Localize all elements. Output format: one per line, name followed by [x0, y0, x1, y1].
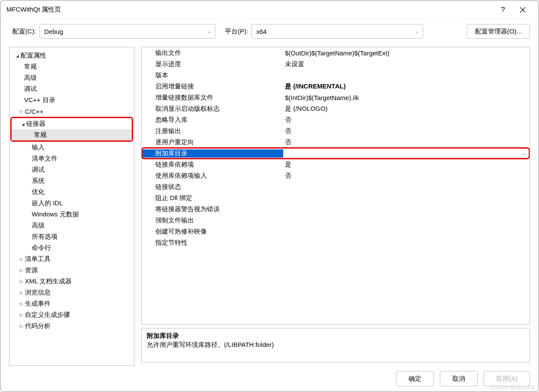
- platform-value: x64: [256, 28, 266, 35]
- tree-linker-input[interactable]: 输入: [9, 142, 134, 153]
- tree-ccpp[interactable]: C/C++: [9, 106, 134, 117]
- property-value: $(IntDir)$(TargetName).ilk: [283, 94, 530, 101]
- tree-manifest-tool[interactable]: 清单工具: [9, 253, 134, 264]
- watermark: CSDN @aluluka: [491, 384, 534, 391]
- tree-linker-system[interactable]: 系统: [9, 175, 134, 186]
- property-name: 取消显示启动版权标志: [142, 105, 283, 113]
- tree-general[interactable]: 常规: [9, 61, 134, 72]
- tree-linker-win-meta[interactable]: Windows 元数据: [9, 209, 134, 220]
- close-icon: [520, 7, 526, 13]
- tree-debugging[interactable]: 调试: [9, 83, 134, 94]
- property-page-window: MFCWithQt 属性页 ? 配置(C): Debug ⌵ 平台(P): x6…: [0, 0, 539, 392]
- config-manager-button[interactable]: 配置管理器(O)...: [467, 24, 530, 39]
- tree-linker-highlight: 链接器 常规: [10, 117, 133, 142]
- property-row[interactable]: 指定节特性: [142, 237, 530, 248]
- property-row[interactable]: 注册输出否: [142, 125, 530, 137]
- config-value: Debug: [44, 28, 63, 35]
- description-panel: 附加库目录 允许用户重写环境库路径。(/LIBPATH:folder): [141, 328, 530, 362]
- property-name: 忽略导入库: [142, 116, 283, 124]
- tree-browse-info[interactable]: 浏览信息: [9, 287, 134, 298]
- property-value: 否: [283, 172, 530, 180]
- ok-button[interactable]: 确定: [396, 371, 434, 386]
- property-row[interactable]: 附加库目录⌵: [142, 148, 530, 159]
- property-name: 注册输出: [142, 127, 283, 135]
- chevron-down-icon[interactable]: ⌵: [522, 151, 525, 156]
- help-button[interactable]: ?: [493, 1, 513, 18]
- property-name: 启用增量链接: [142, 82, 283, 91]
- tree-resources[interactable]: 资源: [9, 264, 134, 276]
- property-name: 输出文件: [142, 49, 283, 57]
- tree-code-analysis[interactable]: 代码分析: [9, 320, 134, 331]
- tree-linker-command-line[interactable]: 命令行: [9, 242, 134, 253]
- property-name: 逐用户重定向: [142, 138, 283, 146]
- tree-vcpp-dirs[interactable]: VC++ 目录: [9, 94, 134, 106]
- property-row[interactable]: 输出文件$(OutDir)$(TargetName)$(TargetExt): [142, 47, 530, 58]
- tree-linker-debugging[interactable]: 调试: [9, 164, 134, 175]
- tree-linker-optimization[interactable]: 优化: [9, 186, 134, 198]
- property-row[interactable]: 强制文件输出: [142, 215, 530, 226]
- footer: 确定 取消 应用(A): [0, 366, 539, 392]
- property-name: 附加库目录: [142, 149, 283, 158]
- property-name: 版本: [142, 71, 283, 79]
- property-name: 使用库依赖项输入: [142, 172, 283, 180]
- tree-build-events[interactable]: 生成事件: [9, 298, 134, 309]
- chevron-down-icon: ⌵: [208, 28, 211, 34]
- right-panel: 输出文件$(OutDir)$(TargetName)$(TargetExt)显示…: [141, 47, 530, 366]
- property-row[interactable]: 版本: [142, 70, 530, 81]
- platform-label: 平台(P):: [225, 27, 248, 36]
- property-row[interactable]: 显示进度未设置: [142, 58, 530, 70]
- property-name: 链接库依赖项: [142, 161, 283, 169]
- tree-linker[interactable]: 链接器: [12, 118, 132, 129]
- main-area: 配置属性 常规 高级 调试 VC++ 目录 C/C++ 链接器 常规 输入 清单…: [0, 43, 539, 366]
- tree-linker-all-options[interactable]: 所有选项: [9, 231, 134, 242]
- tree-linker-general[interactable]: 常规: [12, 129, 132, 140]
- tree-linker-advanced[interactable]: 高级: [9, 220, 134, 231]
- toolbar: 配置(C): Debug ⌵ 平台(P): x64 ⌵ 配置管理器(O)...: [0, 19, 539, 43]
- property-row[interactable]: 阻止 Dll 绑定: [142, 192, 530, 204]
- property-value: 是: [283, 161, 530, 169]
- property-value: 未设置: [283, 60, 530, 68]
- tree-xml-doc[interactable]: XML 文档生成器: [9, 276, 134, 287]
- config-label: 配置(C):: [12, 27, 36, 36]
- property-row[interactable]: 逐用户重定向否: [142, 137, 530, 148]
- property-row[interactable]: 链接状态: [142, 181, 530, 192]
- property-row[interactable]: 将链接器警告视为错误: [142, 204, 530, 215]
- window-title: MFCWithQt 属性页: [6, 6, 493, 14]
- config-dropdown[interactable]: Debug ⌵: [39, 24, 215, 39]
- property-value: $(OutDir)$(TargetName)$(TargetExt): [283, 49, 530, 57]
- tree-linker-manifest[interactable]: 清单文件: [9, 153, 134, 164]
- property-row[interactable]: 取消显示启动版权标志是 (/NOLOGO): [142, 103, 530, 114]
- property-row[interactable]: 使用库依赖项输入否: [142, 170, 530, 181]
- property-value: 否: [283, 138, 530, 146]
- property-row[interactable]: 增量链接数据库文件$(IntDir)$(TargetName).ilk: [142, 92, 530, 103]
- tree-root[interactable]: 配置属性: [9, 50, 134, 61]
- tree-linker-embedded-idl[interactable]: 嵌入的 IDL: [9, 198, 134, 209]
- property-name: 显示进度: [142, 60, 283, 68]
- property-name: 创建可热修补映像: [142, 228, 283, 236]
- property-row[interactable]: 链接库依赖项是: [142, 159, 530, 170]
- property-row[interactable]: 启用增量链接是 (/INCREMENTAL): [142, 81, 530, 92]
- property-name: 指定节特性: [142, 239, 283, 247]
- property-name: 链接状态: [142, 183, 283, 191]
- platform-dropdown[interactable]: x64 ⌵: [251, 24, 423, 39]
- property-name: 将链接器警告视为错误: [142, 205, 283, 213]
- property-name: 强制文件输出: [142, 216, 283, 225]
- property-value: 否: [283, 116, 530, 124]
- tree-custom-build[interactable]: 自定义生成步骤: [9, 309, 134, 320]
- cancel-button[interactable]: 取消: [440, 371, 478, 386]
- property-name: 增量链接数据库文件: [142, 94, 283, 102]
- titlebar: MFCWithQt 属性页 ?: [0, 0, 539, 19]
- property-name: 阻止 Dll 绑定: [142, 194, 283, 202]
- property-row[interactable]: 创建可热修补映像: [142, 226, 530, 237]
- property-row[interactable]: 忽略导入库否: [142, 114, 530, 125]
- property-grid[interactable]: 输出文件$(OutDir)$(TargetName)$(TargetExt)显示…: [141, 47, 530, 325]
- tree-advanced[interactable]: 高级: [9, 72, 134, 83]
- property-value: 否: [283, 127, 530, 135]
- close-button[interactable]: [513, 1, 533, 18]
- property-value[interactable]: ⌵: [283, 151, 530, 156]
- property-value: 是 (/NOLOGO): [283, 105, 530, 113]
- chevron-down-icon: ⌵: [415, 28, 418, 34]
- tree-panel[interactable]: 配置属性 常规 高级 调试 VC++ 目录 C/C++ 链接器 常规 输入 清单…: [9, 47, 134, 366]
- description-body: 允许用户重写环境库路径。(/LIBPATH:folder): [147, 341, 524, 349]
- property-value: 是 (/INCREMENTAL): [283, 82, 530, 91]
